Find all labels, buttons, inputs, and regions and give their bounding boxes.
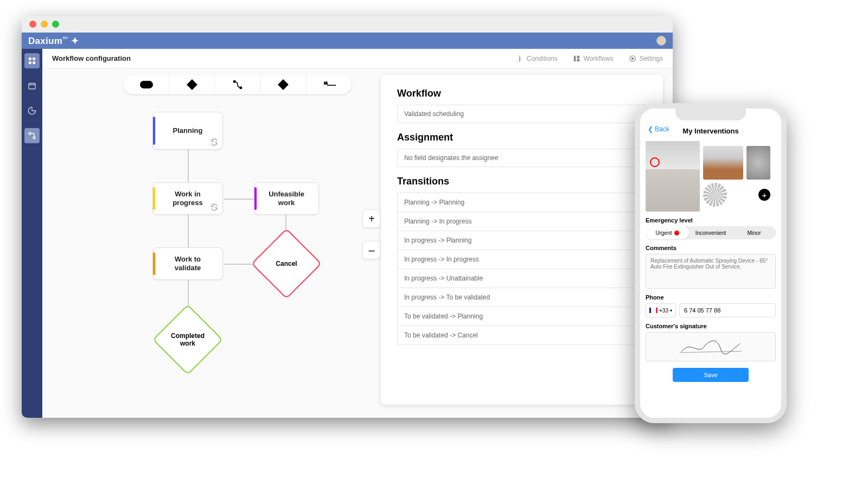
tab-settings[interactable]: Settings (629, 55, 663, 62)
node-wip-label: Work in progress (173, 190, 203, 208)
svg-point-13 (239, 86, 242, 89)
rail-dashboard[interactable] (24, 53, 40, 68)
node-validate[interactable]: Work to validate (152, 247, 223, 280)
signature-label: Customer's signature (646, 323, 776, 329)
desktop-window: DaxiumAir ✦ (22, 16, 673, 418)
signature-pad[interactable] (646, 332, 776, 361)
svg-point-5 (29, 132, 31, 135)
node-planning-label: Planning (173, 126, 203, 135)
svg-rect-0 (29, 58, 31, 60)
photo-thumbnail[interactable] (703, 146, 743, 180)
node-planning[interactable]: Planning (152, 112, 223, 150)
seg-urgent-label: Urgent (655, 230, 672, 236)
minus-icon: – (368, 244, 374, 257)
seg-inconvenient[interactable]: Inconvenient (689, 226, 732, 239)
transition-item[interactable]: To be validated -> Planning (397, 307, 647, 326)
screen-title: My Interventions (682, 127, 738, 135)
urgent-dot-icon (674, 231, 679, 235)
node-completed[interactable]: Completed work (155, 307, 220, 372)
svg-rect-3 (33, 61, 35, 64)
traffic-close-icon[interactable] (29, 21, 36, 28)
tool-comment[interactable]: ❝— (307, 75, 352, 94)
seg-minor-label: Minor (747, 230, 761, 236)
tab-workflows-label: Workflows (584, 55, 614, 62)
rail-analytics[interactable] (24, 103, 40, 118)
assignment-field[interactable]: No field designates the assignee (397, 149, 647, 167)
svg-point-6 (33, 137, 35, 139)
comments-label: Comments (646, 245, 776, 251)
node-cancel[interactable]: Cancel (254, 231, 319, 296)
workflow-canvas[interactable]: ❝— Planning (42, 68, 673, 418)
node-work-in-progress[interactable]: Work in progress (152, 182, 223, 215)
brand-logo: DaxiumAir ✦ (28, 35, 79, 47)
country-code-select[interactable]: +33 ▾ (646, 303, 676, 317)
transitions-list: Planning -> Planning Planning -> In prog… (397, 193, 647, 345)
transition-item[interactable]: In progress -> To be validated (397, 288, 647, 307)
window-titlebar (22, 16, 673, 33)
tab-settings-label: Settings (640, 55, 663, 62)
avatar[interactable] (656, 36, 666, 46)
zoom-out-button[interactable]: – (362, 241, 381, 259)
tab-workflows[interactable]: Workflows (573, 55, 614, 62)
phone-number-value: 6 74 05 77 88 (684, 307, 720, 314)
comments-textarea[interactable] (646, 254, 776, 289)
transition-item[interactable]: In progress -> Unattainable (397, 269, 647, 288)
seg-urgent[interactable]: Urgent (646, 226, 689, 239)
brand-text: Daxium (28, 36, 62, 46)
phone-label: Phone (646, 294, 776, 301)
zoom-in-button[interactable]: + (362, 209, 381, 228)
svg-point-7 (519, 60, 520, 61)
save-button[interactable]: Save (673, 368, 749, 382)
tool-decision2[interactable] (261, 75, 307, 94)
phone-mockup: ❮ Back My Interventions + Emergency leve… (635, 103, 787, 423)
node-validate-label: Work to validate (175, 255, 201, 273)
transition-item[interactable]: Planning -> In progress (397, 212, 647, 231)
cycle-icon (210, 203, 218, 211)
tool-state[interactable] (124, 75, 169, 94)
connector (188, 150, 189, 182)
photo-thumbnail[interactable] (703, 183, 727, 207)
rail-workflow[interactable] (24, 128, 40, 143)
seg-minor[interactable]: Minor (732, 226, 776, 239)
svg-rect-8 (573, 55, 576, 61)
add-photo-button[interactable]: + (758, 189, 770, 201)
svg-rect-9 (577, 55, 579, 58)
nav-rail (22, 49, 42, 418)
traffic-minimize-icon[interactable] (41, 21, 48, 28)
assignment-heading: Assignment (397, 132, 647, 143)
plus-icon: + (762, 190, 767, 200)
transition-item[interactable]: In progress -> Planning (397, 231, 647, 250)
tab-conditions-label: Conditions (527, 55, 558, 62)
tool-decision[interactable] (169, 75, 215, 94)
emergency-label: Emergency level (646, 217, 776, 224)
emergency-segmented: Urgent Inconvenient Minor (646, 226, 776, 239)
connector (224, 199, 254, 200)
save-button-label: Save (704, 372, 717, 378)
transitions-heading: Transitions (397, 176, 647, 187)
node-unfeasible[interactable]: Unfeasible work (254, 182, 319, 215)
transition-item[interactable]: Planning -> Planning (397, 193, 647, 212)
photo-gallery: + (646, 141, 776, 212)
workflow-heading: Workflow (397, 88, 647, 99)
dial-code: +33 (659, 308, 668, 314)
rail-calendar[interactable] (24, 78, 40, 93)
workflow-name-field[interactable]: Validated scheduling (397, 105, 647, 123)
chevron-down-icon: ▾ (670, 308, 672, 313)
breadcrumb: Workflow configuration (52, 54, 131, 62)
tab-conditions[interactable]: Conditions (516, 55, 558, 62)
brand-bar: DaxiumAir ✦ (22, 33, 673, 49)
photo-thumbnail-main[interactable] (646, 141, 700, 212)
node-toolbar: ❝— (124, 75, 352, 94)
plus-icon: + (368, 213, 375, 225)
photo-thumbnail[interactable] (746, 146, 770, 180)
svg-point-12 (233, 80, 236, 83)
tool-connector[interactable] (215, 75, 260, 94)
phone-number-input[interactable]: 6 74 05 77 88 (679, 303, 776, 317)
node-completed-label: Completed work (171, 332, 205, 348)
transition-item[interactable]: In progress -> In progress (397, 250, 647, 269)
transition-item[interactable]: To be validated -> Cancel (397, 326, 647, 345)
svg-rect-2 (29, 61, 31, 64)
seg-inconvenient-label: Inconvenient (695, 230, 726, 236)
back-button[interactable]: ❮ Back (648, 125, 669, 133)
traffic-zoom-icon[interactable] (52, 21, 59, 28)
